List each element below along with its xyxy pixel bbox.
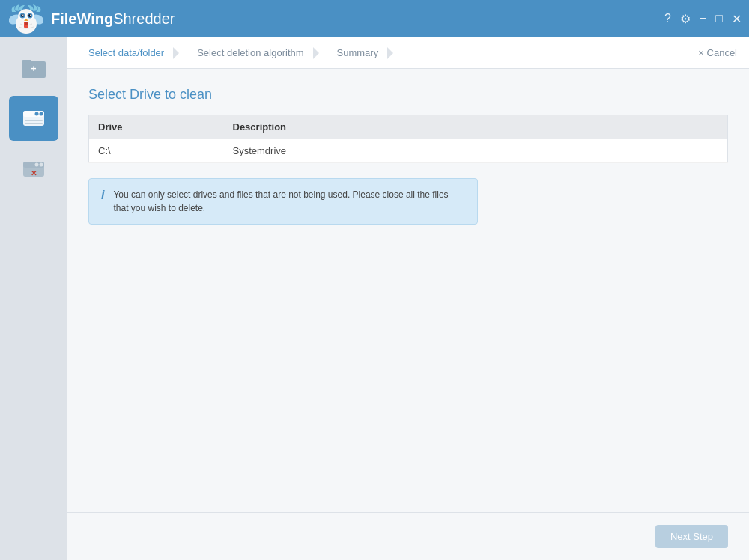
svg-text:+: + (31, 64, 36, 74)
sidebar: + (0, 37, 67, 560)
drive-icon (20, 105, 47, 132)
window-controls: ? ⚙ − □ ✕ (664, 12, 742, 26)
svg-point-11 (30, 14, 31, 16)
svg-point-10 (22, 14, 24, 16)
breadcrumb-step-2[interactable]: Select deletion algorithm (188, 37, 327, 68)
maximize-icon[interactable]: □ (715, 12, 723, 25)
svg-rect-20 (25, 120, 43, 121)
svg-text:✕: ✕ (31, 169, 37, 177)
svg-point-9 (28, 14, 31, 17)
main-area: + (0, 37, 749, 560)
content-panel: Select data/folder Select deletion algor… (67, 37, 749, 560)
app-logo (7, 2, 45, 35)
svg-point-25 (35, 163, 39, 167)
page-footer: Next Step (67, 512, 749, 560)
next-step-button[interactable]: Next Step (655, 525, 728, 548)
svg-point-18 (40, 112, 43, 116)
svg-rect-14 (25, 22, 28, 25)
minimize-icon[interactable]: − (700, 12, 706, 25)
info-icon: i (101, 189, 104, 202)
drive-cell: C:\ (89, 139, 224, 163)
breadcrumb-nav: Select data/folder Select deletion algor… (67, 37, 749, 69)
page-title: Select Drive to clean (88, 87, 728, 103)
info-text: You can only select drives and files tha… (113, 188, 465, 215)
table-row[interactable]: C:\Systemdrive (89, 139, 728, 163)
svg-rect-21 (25, 123, 43, 124)
page-content: Select Drive to clean Drive Description … (67, 69, 749, 512)
cancel-button[interactable]: × Cancel (698, 47, 737, 58)
folder-icon: + (20, 55, 47, 79)
close-icon[interactable]: ✕ (732, 12, 742, 26)
sidebar-item-remove[interactable]: ✕ (9, 147, 58, 192)
description-cell: Systemdrive (224, 139, 728, 163)
sidebar-item-folder[interactable]: + (9, 45, 58, 90)
remove-drive-icon: ✕ (20, 156, 47, 183)
settings-icon[interactable]: ⚙ (680, 12, 691, 26)
breadcrumb-step-1[interactable]: Select data/folder (79, 37, 188, 68)
svg-point-19 (35, 112, 39, 116)
title-bar: FileWingShredder ? ⚙ − □ ✕ (0, 0, 749, 37)
app-title: FileWingShredder (51, 10, 175, 28)
svg-point-8 (21, 14, 24, 17)
breadcrumb-step-3[interactable]: Summary (328, 37, 403, 68)
svg-point-24 (40, 163, 43, 167)
help-icon[interactable]: ? (664, 12, 671, 25)
info-box: i You can only select drives and files t… (88, 178, 478, 225)
sidebar-item-drive[interactable] (9, 96, 58, 141)
col-drive-header: Drive (89, 115, 224, 139)
drive-table: Drive Description C:\Systemdrive (88, 115, 728, 163)
col-description-header: Description (224, 115, 728, 139)
